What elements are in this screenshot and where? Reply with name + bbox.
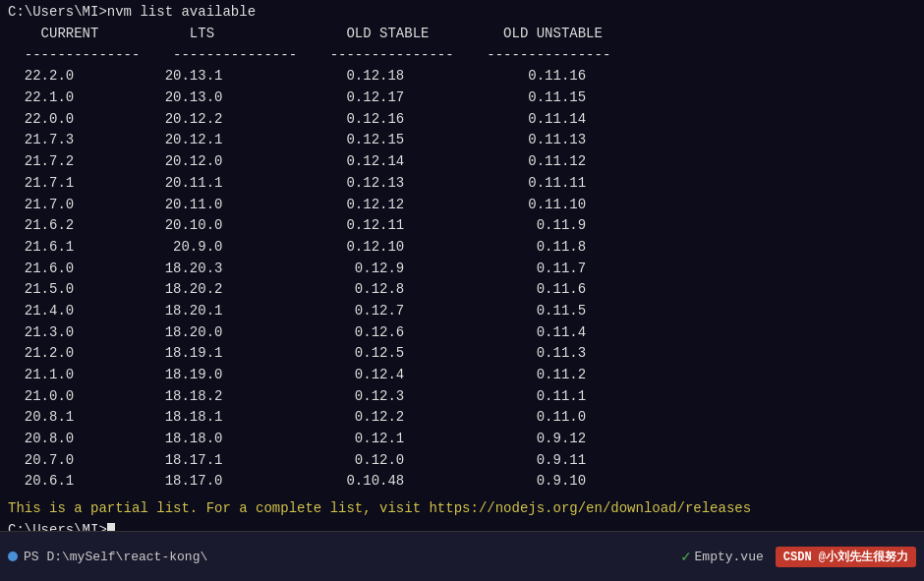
cursor (107, 523, 115, 531)
empty-vue-container: ✓ Empty.vue (681, 547, 764, 566)
csdn-badge: CSDN @小刘先生很努力 (776, 547, 916, 567)
prompt-line[interactable]: C:\Users\MI> (8, 522, 916, 531)
ps-status: PS D:\mySelf\react-kong\ (8, 550, 207, 564)
status-right: ✓ Empty.vue CSDN @小刘先生很努力 (681, 547, 916, 567)
command-line: C:\Users\MI>nvm list available (8, 4, 916, 20)
vue-chevron-icon: ✓ (681, 547, 691, 566)
ps-label: PS D:\mySelf\react-kong\ (24, 550, 207, 564)
table-area: CURRENT LTS OLD STABLE OLD UNSTABLE ----… (8, 24, 916, 493)
partial-message: This is a partial list. For a complete l… (8, 500, 916, 516)
terminal-window: C:\Users\MI>nvm list available CURRENT L… (0, 0, 924, 531)
status-bar: PS D:\mySelf\react-kong\ ✓ Empty.vue CSD… (0, 531, 924, 581)
status-left: PS D:\mySelf\react-kong\ (8, 550, 681, 564)
ps-dot-icon (8, 552, 18, 561)
empty-vue-label: Empty.vue (695, 550, 764, 564)
